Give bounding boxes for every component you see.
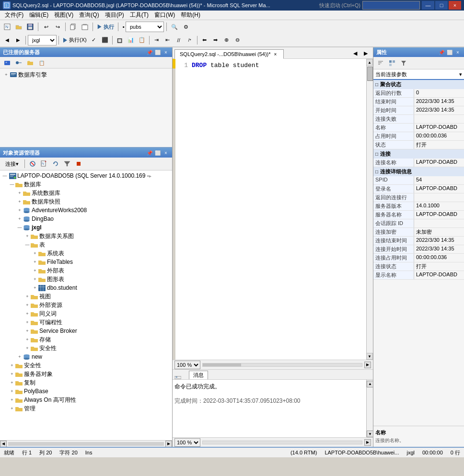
tree-item[interactable]: + 图形表 <box>1 275 171 283</box>
tree-item[interactable]: — LAPTOP-DOABDO5B (SQL Server 14.0.1000.… <box>1 171 171 180</box>
results-scroll-down-btn[interactable]: ▼ <box>367 431 373 437</box>
maximize-button[interactable]: □ <box>435 1 448 10</box>
editor-vscroll[interactable] <box>366 66 373 353</box>
results-zoom-select[interactable]: 100 % <box>174 438 200 447</box>
tree-item[interactable]: + 可编程性 <box>1 318 171 327</box>
menu-file[interactable]: 文件(F) <box>2 10 26 20</box>
oe-btn-2[interactable]: N+ <box>39 159 49 169</box>
tree-item[interactable]: + DingBao <box>1 215 171 223</box>
query-tab-active[interactable]: SQLQuery2.sql -...DO5B\huawei (54))* × <box>174 49 284 59</box>
oe-btn-3[interactable] <box>50 159 61 169</box>
tree-item-db-engine[interactable]: + 数据库引擎 <box>2 70 170 79</box>
tree-item[interactable]: + 系统表 <box>1 249 171 258</box>
tb-align-right[interactable]: ➡ <box>210 35 221 45</box>
menu-view[interactable]: 视图(V) <box>51 10 76 20</box>
tree-item[interactable]: + 复制 <box>1 378 171 387</box>
tree-item[interactable]: + 安全性 <box>1 361 171 370</box>
oe-horizontal-scrollbar[interactable]: ◀ ▶ <box>0 440 172 447</box>
tb-settings[interactable]: ⚙ <box>181 22 191 32</box>
tree-item[interactable]: + 系统数据库 <box>1 189 171 197</box>
tb-comment[interactable]: // <box>174 35 184 45</box>
tb-zoom-out[interactable]: ⊖ <box>232 35 243 45</box>
tb-search[interactable]: 🔍 <box>169 22 180 32</box>
tree-item[interactable]: + 外部资源 <box>1 301 171 309</box>
tree-item[interactable]: + dbo.student <box>1 283 171 292</box>
props-filter-btn[interactable] <box>398 58 409 68</box>
tree-item[interactable]: — 数据库 <box>1 180 171 189</box>
tree-item[interactable]: + AdventureWorks2008 <box>1 206 171 215</box>
tree-item[interactable]: — 表 <box>1 240 171 249</box>
tb-indent[interactable]: ⇥ <box>151 35 162 45</box>
tb-uncomment[interactable]: /* <box>185 35 195 45</box>
props-connection-dropdown[interactable]: 当前连接参数 ▾ <box>373 69 464 80</box>
tree-item[interactable]: + 外部表 <box>1 266 171 275</box>
menu-window[interactable]: 窗口(W) <box>151 10 178 20</box>
tb-back[interactable]: ◀ <box>2 35 12 45</box>
tb-align-left[interactable]: ⬅ <box>199 35 210 45</box>
tree-item[interactable]: + 存储 <box>1 335 171 344</box>
menu-edit[interactable]: 编辑(E) <box>26 10 51 20</box>
oe-btn-1[interactable] <box>27 159 38 169</box>
editor-zoom-select[interactable]: 100 % <box>174 361 200 369</box>
tree-item[interactable]: + PolyBase <box>1 387 171 396</box>
menu-query[interactable]: 查询(Q) <box>76 10 102 20</box>
tree-item[interactable]: + Always On 高可用性 <box>1 396 171 404</box>
tree-item[interactable]: + 安全性 <box>1 344 171 352</box>
props-close-btn[interactable]: × <box>454 49 461 56</box>
rs-folder-btn[interactable] <box>25 57 35 68</box>
tb-redo[interactable]: ↪ <box>52 22 63 32</box>
tb-copy[interactable] <box>68 22 79 32</box>
tab-close-btn[interactable]: × <box>273 51 278 57</box>
oe-pin-btn[interactable]: 📌 <box>146 149 153 156</box>
tb-execute-query[interactable]: ▶ 执行 <box>95 22 116 32</box>
rs-close-btn[interactable]: × <box>162 49 169 56</box>
rs-float-btn[interactable]: ⬜ <box>154 49 161 56</box>
tb-parse[interactable]: 🔲 <box>115 35 125 45</box>
editor-scroll-down-btn[interactable]: ▼ <box>366 353 373 360</box>
rs-connect-btn[interactable] <box>13 57 24 68</box>
oe-float-btn[interactable]: ⬜ <box>154 149 161 156</box>
close-button[interactable]: × <box>449 1 461 10</box>
db-dropdown[interactable]: pubs <box>126 22 164 32</box>
editor-scrollbar-h[interactable] <box>202 363 362 367</box>
menu-help[interactable]: 帮助(H) <box>178 10 203 20</box>
code-editor[interactable]: 1 DROP table student <box>175 59 373 360</box>
tb-forward[interactable]: ▶ <box>13 35 23 45</box>
oe-close-btn[interactable]: × <box>162 149 169 156</box>
oe-connect-button[interactable]: 连接▾ <box>2 159 22 169</box>
tb-paste[interactable] <box>80 22 90 32</box>
editor-scroll-thumb[interactable] <box>367 67 373 81</box>
editor-scroll-h-right[interactable]: ▶ <box>364 362 371 368</box>
tree-item[interactable]: + 同义词 <box>1 309 171 318</box>
scroll-left-btn[interactable]: ◀ <box>0 441 7 447</box>
oe-btn-5[interactable] <box>73 159 84 169</box>
results-vscroll[interactable]: ▲ ▼ <box>366 380 373 437</box>
tb-open[interactable] <box>13 22 24 32</box>
tb-execute[interactable]: 执行(X) <box>61 35 88 45</box>
editor-scroll-up-btn[interactable]: ▲ <box>366 59 373 66</box>
props-float-btn[interactable]: ⬜ <box>446 49 453 56</box>
tb-outdent[interactable]: ⇤ <box>162 35 173 45</box>
props-pin-btn[interactable]: 📌 <box>438 49 445 56</box>
props-section-connection[interactable]: □ 连接 <box>373 149 464 159</box>
oe-tree-content[interactable]: — LAPTOP-DOABDO5B (SQL Server 14.0.1000.… <box>0 170 172 440</box>
expand-icon[interactable]: — <box>1 173 9 178</box>
props-category-btn[interactable] <box>387 58 397 68</box>
tree-item[interactable]: — jxgl <box>1 223 171 232</box>
results-scrollbar-h[interactable] <box>202 441 362 444</box>
tree-item[interactable]: + 数据库关系图 <box>1 232 171 240</box>
minimize-button[interactable]: — <box>422 1 434 10</box>
results-scroll-up-btn[interactable]: ▲ <box>367 381 373 387</box>
tree-item[interactable]: + new <box>1 352 171 361</box>
tree-item[interactable]: + 管理 <box>1 404 171 413</box>
tb-save[interactable] <box>25 22 35 32</box>
quick-launch-input[interactable] <box>362 1 420 10</box>
props-sort-btn[interactable] <box>375 58 386 68</box>
menu-project[interactable]: 项目(P) <box>102 10 127 20</box>
props-section-aggregate[interactable]: □ 聚合状态 <box>373 80 464 89</box>
tree-item[interactable]: + 服务器对象 <box>1 370 171 378</box>
results-scroll-h-right[interactable]: ▶ <box>364 439 371 446</box>
rs-new-server-btn[interactable]: + <box>2 57 12 68</box>
tb-stop[interactable]: ⬛ <box>100 35 110 45</box>
rs-properties-btn[interactable]: 📋 <box>36 57 47 68</box>
